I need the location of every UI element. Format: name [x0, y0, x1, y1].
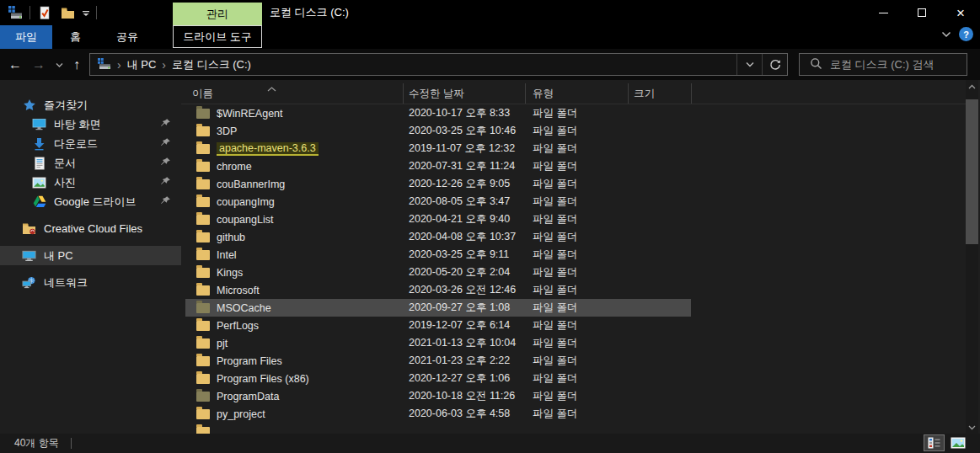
tab-drive-tools[interactable]: 드라이브 도구: [173, 25, 262, 48]
this-pc-drive-icon[interactable]: [7, 4, 24, 21]
forward-arrow-icon[interactable]: →: [32, 58, 46, 72]
recent-locations-chevron-icon[interactable]: [56, 58, 63, 71]
sidebar-item-내-pc[interactable]: 내 PC: [0, 246, 181, 265]
contextual-ribbon-header: 관리: [173, 3, 262, 25]
file-row-3DP[interactable]: 3DP2020-03-25 오후 10:46파일 폴더: [181, 122, 966, 140]
column-resize-handle[interactable]: [628, 83, 629, 104]
sidebar-item-google-드라이브[interactable]: Google 드라이브: [0, 192, 181, 211]
sidebar-item-creative-cloud-files[interactable]: Creative Cloud Files: [0, 219, 181, 238]
toolbar-separator: [96, 6, 97, 19]
file-row-Microsoft[interactable]: Microsoft2020-03-26 오전 12:46파일 폴더: [181, 281, 966, 299]
scroll-down-icon[interactable]: [966, 421, 978, 434]
file-row-partial[interactable]: [181, 423, 966, 434]
file-row-pjt[interactable]: pjt2021-01-13 오후 10:04파일 폴더: [181, 334, 966, 352]
file-row-apache-maven-3.6.3[interactable]: apache-maven-3.6.32019-11-07 오후 12:32파일 …: [181, 140, 966, 157]
up-arrow-icon[interactable]: ↑: [73, 58, 80, 72]
file-row-ProgramData[interactable]: ProgramData2020-10-18 오전 11:26파일 폴더: [181, 387, 966, 405]
view-mode-buttons: [924, 434, 968, 451]
sidebar-item-바탕-화면[interactable]: 바탕 화면: [0, 115, 181, 134]
address-dropdown-icon[interactable]: [736, 54, 762, 75]
file-name: coupangImg: [217, 196, 275, 208]
file-row-github[interactable]: github2020-04-08 오후 10:37파일 폴더: [181, 228, 966, 246]
file-row-py_project[interactable]: py_project2020-06-03 오후 4:58파일 폴더: [181, 405, 966, 423]
file-date-modified: 2019-11-07 오후 12:32: [409, 141, 515, 156]
folder-icon: [196, 250, 210, 260]
file-row-coupangImg[interactable]: coupangImg2020-08-05 오후 3:47파일 폴더: [181, 193, 966, 211]
address-bar[interactable]: › 내 PC › 로컬 디스크 (C:): [89, 53, 788, 76]
sidebar-item-즐겨찾기[interactable]: 즐겨찾기: [0, 95, 181, 115]
search-input[interactable]: 로컬 디스크 (C:) 검색: [830, 57, 934, 72]
file-row-Program Files (x86)[interactable]: Program Files (x86)2020-12-27 오후 1:06파일 …: [181, 370, 966, 387]
properties-icon[interactable]: [36, 4, 53, 21]
file-row-couBannerImg[interactable]: couBannerImg2020-12-26 오후 9:05파일 폴더: [181, 175, 966, 193]
tab-share[interactable]: 공유: [99, 25, 156, 49]
scroll-up-icon[interactable]: [966, 80, 978, 93]
file-date-modified: 2020-08-05 오후 3:47: [409, 195, 510, 209]
this-pc-icon: [22, 248, 36, 263]
toolbar-dropdown-icon[interactable]: [82, 7, 90, 19]
folder-icon: [196, 179, 210, 189]
refresh-icon[interactable]: [762, 54, 787, 75]
folder-icon: [196, 409, 210, 419]
scrollbar-thumb[interactable]: [966, 99, 978, 244]
file-name: Program Files: [217, 355, 282, 367]
file-row-Kings[interactable]: Kings2020-05-20 오후 2:04파일 폴더: [181, 264, 966, 281]
file-row-Intel[interactable]: Intel2020-03-25 오후 9:11파일 폴더: [181, 246, 966, 264]
back-arrow-icon[interactable]: ←: [8, 58, 22, 72]
details-view-icon[interactable]: [924, 434, 945, 451]
vertical-scrollbar[interactable]: [966, 80, 978, 434]
sidebar-item-label: 문서: [54, 156, 76, 171]
file-list: 이름 수정한 날짜 유형 크기 $WinREAgent2020-10-17 오후…: [181, 80, 966, 434]
desktop-icon: [32, 117, 46, 131]
file-type: 파일 폴더: [533, 265, 577, 280]
file-row-Program Files[interactable]: Program Files2021-01-23 오후 2:22파일 폴더: [181, 352, 966, 370]
file-date-modified: 2020-04-21 오후 9:40: [409, 212, 510, 226]
maximize-icon[interactable]: [902, 0, 941, 25]
tab-file[interactable]: 파일: [0, 25, 52, 49]
ribbon-collapse-chevron-icon[interactable]: [941, 28, 951, 40]
column-header-date-modified[interactable]: 수정한 날짜: [409, 87, 464, 101]
help-icon[interactable]: ?: [959, 27, 973, 41]
folder-icon: [196, 144, 210, 154]
column-resize-handle[interactable]: [403, 83, 404, 104]
breadcrumb-segment-local-disk[interactable]: 로컬 디스크 (C:): [172, 57, 251, 72]
main-area: 즐겨찾기바탕 화면다운로드문서사진Google 드라이브Creative Clo…: [0, 80, 980, 434]
file-row-coupangList[interactable]: coupangList2020-04-21 오후 9:40파일 폴더: [181, 211, 966, 228]
file-name: Program Files (x86): [217, 373, 309, 385]
file-date-modified: 2020-03-26 오전 12:46: [409, 283, 516, 297]
file-name: 3DP: [217, 125, 237, 137]
tab-home[interactable]: 홈: [52, 25, 99, 49]
file-type: 파일 폴더: [533, 195, 577, 209]
breadcrumb-segment-my-pc[interactable]: 내 PC: [127, 57, 157, 72]
items-count: 40개 항목: [14, 436, 59, 450]
file-type: 파일 폴더: [533, 371, 577, 386]
sidebar-item-문서[interactable]: 문서: [0, 153, 181, 173]
pin-icon: [160, 137, 171, 151]
column-header-size[interactable]: 크기: [634, 87, 655, 101]
titlebar: 관리 로컬 디스크 (C:) ×: [0, 0, 980, 25]
column-resize-handle[interactable]: [691, 83, 692, 104]
column-header-name[interactable]: 이름: [192, 87, 213, 101]
column-resize-handle[interactable]: [525, 83, 526, 104]
file-date-modified: 2020-09-27 오후 1:08: [409, 301, 510, 315]
column-header-type[interactable]: 유형: [533, 87, 554, 101]
thumbnails-view-icon[interactable]: [947, 434, 968, 451]
minimize-icon[interactable]: [864, 0, 902, 25]
sidebar-tree: 즐겨찾기바탕 화면다운로드문서사진Google 드라이브Creative Clo…: [0, 80, 181, 434]
file-type: 파일 폴더: [533, 336, 577, 350]
breadcrumb-chevron-icon: ›: [117, 58, 121, 72]
file-row-$WinREAgent[interactable]: $WinREAgent2020-10-17 오후 8:33파일 폴더: [181, 104, 966, 122]
file-row-PerfLogs[interactable]: PerfLogs2019-12-07 오후 6:14파일 폴더: [181, 317, 966, 334]
new-folder-icon[interactable]: [59, 4, 76, 21]
sidebar-item-네트워크[interactable]: 네트워크: [0, 273, 181, 292]
file-name: Intel: [217, 249, 237, 261]
file-row-chrome[interactable]: chrome2020-07-31 오후 11:24파일 폴더: [181, 157, 966, 175]
sidebar-item-다운로드[interactable]: 다운로드: [0, 134, 181, 153]
file-row-MSOCache[interactable]: MSOCache2020-09-27 오후 1:08파일 폴더: [181, 299, 966, 317]
close-icon[interactable]: ×: [941, 0, 980, 25]
sidebar-item-사진[interactable]: 사진: [0, 173, 181, 192]
file-date-modified: 2020-12-27 오후 1:06: [409, 371, 510, 386]
search-box[interactable]: 로컬 디스크 (C:) 검색: [799, 53, 967, 76]
ribbon-right-controls: ?: [941, 27, 973, 41]
pin-icon: [160, 118, 171, 131]
